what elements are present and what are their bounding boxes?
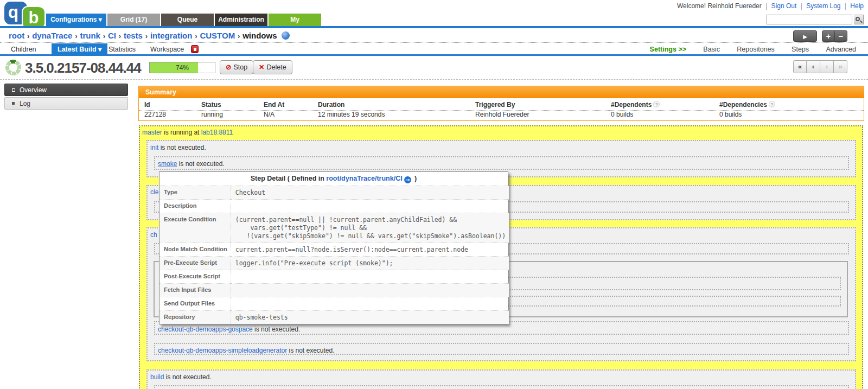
expand-button[interactable]: + [822, 30, 835, 42]
stop-icon: ⊘ [226, 63, 231, 71]
crumb-current: windows [242, 31, 277, 40]
next-build-button[interactable]: › [820, 60, 834, 73]
prev-build-button[interactable]: ‹ [807, 60, 820, 73]
col-id: Id [144, 98, 150, 110]
row-type-value: Checkout [231, 186, 509, 200]
delete-button[interactable]: ✕Delete [253, 60, 292, 74]
sign-out-link[interactable]: Sign Out [771, 2, 797, 10]
chevron-down-icon: ▾ [99, 16, 102, 23]
col-triggeredby: Triggered By [475, 98, 515, 110]
sidebar: Overview Log [4, 84, 128, 111]
plus-icon: + [826, 31, 831, 41]
config-sphere-icon[interactable] [282, 31, 290, 40]
node-link[interactable]: lab18:8811 [201, 129, 233, 136]
summary-header: Summary [139, 86, 864, 98]
goto-arrow-icon[interactable]: → [404, 176, 411, 183]
sidebar-item-overview[interactable]: Overview [4, 84, 128, 96]
logo-b: b [22, 6, 44, 29]
last-build-button[interactable]: » [834, 60, 847, 73]
col-dependencies: #Dependencies? [719, 98, 775, 110]
stop-button[interactable]: ⊘Stop [220, 60, 253, 74]
row-node-match-value: current.parent==null?node.isServer():nod… [231, 243, 509, 257]
crumb-custom[interactable]: CUSTOM [200, 31, 235, 40]
tab-advanced[interactable]: Advanced [826, 46, 856, 53]
step-clean-link[interactable]: cle [150, 188, 158, 196]
step-simpleload-link[interactable]: checkout-qb-demoapps-simpleloadgenerator [158, 347, 287, 354]
crumb-integration[interactable]: integration [150, 31, 193, 40]
cell-triggeredby: Reinhold Fuereder [475, 110, 529, 120]
build-version: 3.5.0.2157-08.44.44 [25, 60, 141, 76]
quickbuild-logo[interactable]: q b [4, 1, 44, 27]
cell-endat: N/A [264, 110, 275, 120]
breadcrumb-row: root›dynaTrace›trunk›CI›tests›integratio… [0, 28, 868, 43]
row-pre-execute-label: Pre-Execute Script [159, 257, 231, 270]
chevron-down-icon: ▾ [98, 46, 101, 53]
run-build-button[interactable]: ▶ [793, 30, 817, 42]
row-description-value [231, 200, 509, 213]
step-checkout-link[interactable]: ch [150, 231, 157, 239]
search-area [767, 15, 864, 24]
nav-tab-configurations[interactable]: Configurations ▾ [46, 14, 106, 26]
config-tabs: Children Latest Build ▾ Statistics Works… [0, 43, 868, 56]
dependencies-link[interactable]: 0 builds [719, 110, 742, 120]
tab-statistics[interactable]: Statistics [108, 43, 136, 56]
step-smoke-link[interactable]: smoke [158, 160, 177, 168]
tab-latest-build[interactable]: Latest Build ▾ [52, 43, 107, 56]
row-execute-condition-label: Execute Condition [159, 213, 231, 243]
row-node-match-label: Node Match Condition [159, 243, 231, 257]
crumb-ci[interactable]: CI [108, 31, 116, 40]
step-build-link[interactable]: build [150, 373, 164, 381]
first-build-button[interactable]: « [793, 60, 807, 73]
step-build-child-box [154, 385, 849, 389]
crumb-root[interactable]: root [9, 31, 24, 40]
system-log-link[interactable]: System Log [806, 2, 840, 10]
step-init-link[interactable]: init [150, 144, 158, 151]
play-icon: ▶ [803, 34, 807, 40]
breadcrumb: root›dynaTrace›trunk›CI›tests›integratio… [9, 31, 290, 40]
delete-icon: ✕ [259, 63, 264, 71]
step-smoke-box: smoke is not executed. [154, 156, 849, 170]
step-detail-popup: Step Detail ( Defined in root/dynaTrace/… [159, 171, 508, 324]
tab-repositories[interactable]: Repositories [737, 46, 774, 53]
user-bar: Welcome! Reinhold Fuereder | Sign Out | … [677, 2, 864, 10]
row-description-label: Description [159, 200, 231, 213]
welcome-text: Welcome! Reinhold Fuereder [677, 2, 762, 10]
defined-in-link[interactable]: root/dynaTrace/trunk/CI [326, 175, 402, 182]
help-link[interactable]: Help [850, 2, 864, 10]
nav-tab-queue[interactable]: Queue [161, 14, 214, 26]
build-progress-bar: 74% [149, 62, 215, 73]
step-master-link[interactable]: master [142, 129, 162, 136]
nav-tab-administration[interactable]: Administration [215, 14, 267, 26]
col-duration: Duration [318, 98, 344, 110]
build-header-row: 3.5.0.2157-08.44.44 74% ⊘Stop ✕Delete « … [0, 56, 868, 80]
row-repository-label: Repository [159, 311, 231, 324]
sidebar-item-log[interactable]: Log [4, 97, 128, 110]
row-post-execute-value [231, 270, 509, 284]
nav-tab-grid[interactable]: Grid (17) [107, 14, 160, 26]
tab-children[interactable]: Children [11, 43, 36, 56]
crumb-trunk[interactable]: trunk [80, 31, 100, 40]
minus-icon: − [839, 31, 844, 41]
search-input[interactable] [767, 15, 852, 24]
nav-tab-my[interactable]: My [269, 14, 321, 26]
col-dependents: #Dependents? [611, 98, 660, 110]
dependents-link[interactable]: 0 builds [611, 110, 633, 120]
tab-basic[interactable]: Basic [703, 46, 720, 53]
collapse-button[interactable]: − [834, 30, 847, 42]
tab-steps[interactable]: Steps [792, 46, 809, 53]
crumb-tests[interactable]: tests [124, 31, 143, 40]
main-nav: Configurations ▾ Grid (17) Queue Adminis… [46, 14, 322, 26]
step-gospace-link[interactable]: checkout-qb-demoapps-gospace [158, 326, 253, 333]
tab-settings[interactable]: Settings >> [650, 46, 686, 53]
help-icon[interactable]: ? [653, 101, 660, 107]
delete-workspace-icon[interactable] [191, 45, 199, 53]
search-button[interactable] [854, 15, 864, 24]
crumb-dynatrace[interactable]: dynaTrace [32, 31, 72, 40]
tab-workspace[interactable]: Workspace [150, 43, 184, 56]
running-spinner-icon [5, 60, 21, 75]
row-fetch-input-label: Fetch Input Files [159, 284, 231, 297]
step-simpleload-box: checkout-qb-demoapps-simpleloadgenerator… [154, 343, 849, 355]
help-icon[interactable]: ? [769, 101, 775, 107]
top-bar: q b Configurations ▾ Grid (17) Queue Adm… [0, 0, 868, 26]
square-bullet-icon [12, 102, 15, 105]
